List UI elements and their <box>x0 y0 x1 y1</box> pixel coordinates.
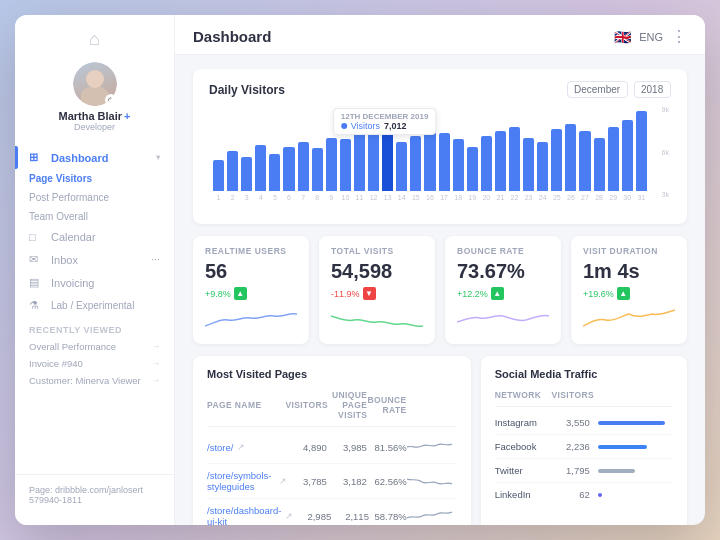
avatar: ⚙ <box>73 62 117 106</box>
profile-name: Martha Blair + <box>58 110 130 122</box>
row-sparkline <box>407 506 457 525</box>
social-row: LinkedIn 62 <box>495 483 673 506</box>
row-bounce: 62.56% <box>367 476 407 487</box>
stat-change: +9.8% ▲ <box>205 287 297 300</box>
nav-section: ⊞ Dashboard ▾ Page Visitors Post Perform… <box>15 146 174 474</box>
recently-overall[interactable]: Overall Performance → <box>15 338 174 355</box>
bar-item: 28 <box>594 138 605 201</box>
row-visitors: 2,985 <box>293 511 331 522</box>
home-icon: ⌂ <box>89 29 100 50</box>
bar-item: 13 <box>382 131 393 201</box>
bar-item: 31 <box>636 111 647 201</box>
social-network: Instagram <box>495 417 555 428</box>
social-bar <box>590 493 673 497</box>
date-selects: December 2018 <box>567 81 671 98</box>
mini-chart <box>457 308 549 336</box>
bar-item: 2 <box>227 151 238 201</box>
stats-row: REALTIME USERS 56 +9.8% ▲ TOTAL VISITS 5… <box>193 236 687 344</box>
social-bar <box>590 421 673 425</box>
social-network: Twitter <box>495 465 555 476</box>
pages-card: Most Visited Pages PAGE NAME VISITORS UN… <box>193 356 471 525</box>
row-bounce: 81.56% <box>367 442 407 453</box>
sidebar-footer: Page: dribbble.com/janlosert 579940-1811 <box>15 474 174 511</box>
bar-item: 17 <box>439 133 450 201</box>
language-label[interactable]: ENG <box>639 31 663 43</box>
stat-label: REALTIME USERS <box>205 246 297 256</box>
row-sparkline <box>407 437 457 457</box>
stat-label: VISIT DURATION <box>583 246 675 256</box>
footer-url: Page: dribbble.com/janlosert <box>29 485 160 495</box>
topbar-right: 🇬🇧 ENG ⋮ <box>614 27 687 46</box>
bar-item: 20 <box>481 136 492 201</box>
stat-change: -11.9% ▼ <box>331 287 423 300</box>
bar-item: 5 <box>269 154 280 201</box>
sidebar-item-dashboard[interactable]: ⊞ Dashboard ▾ <box>15 146 174 169</box>
stat-value: 56 <box>205 260 297 283</box>
bar-item: 6 <box>283 147 294 201</box>
mini-chart <box>583 308 675 336</box>
bar-item: 19 <box>467 147 478 201</box>
sidebar-home[interactable]: ⌂ <box>15 29 174 50</box>
row-unique: 3,985 <box>327 442 367 453</box>
month-select[interactable]: December <box>567 81 628 98</box>
dashboard-icon: ⊞ <box>29 151 45 164</box>
arrow-icon: → <box>152 376 160 385</box>
sidebar-item-inbox[interactable]: ✉ Inbox ⋯ <box>15 248 174 271</box>
footer-phone: 579940-1811 <box>29 495 160 505</box>
row-name: /store/ ↗ <box>207 442 287 453</box>
lab-icon: ⚗ <box>29 299 45 312</box>
mini-chart <box>331 308 423 336</box>
sidebar-item-post-performance[interactable]: Post Performance <box>15 188 174 207</box>
social-visitors: 2,236 <box>555 441 590 452</box>
arrow-icon: → <box>152 342 160 351</box>
stat-value: 1m 4s <box>583 260 675 283</box>
table-row: /store/symbols-styleguides ↗ 3,785 3,182… <box>207 464 457 499</box>
invoice-icon: ▤ <box>29 276 45 289</box>
recently-invoice[interactable]: Invoice #940 → <box>15 355 174 372</box>
inbox-icon: ✉ <box>29 253 45 266</box>
mini-chart <box>205 308 297 336</box>
social-row: Instagram 3,550 <box>495 411 673 435</box>
bars-container: 1234567891011121314151617181920212223242… <box>209 106 671 201</box>
down-icon: ▼ <box>363 287 376 300</box>
row-unique: 3,182 <box>327 476 367 487</box>
recently-viewed-label: RECENTLY VIEWED <box>15 317 174 338</box>
sidebar-item-lab[interactable]: ⚗ Lab / Experimental <box>15 294 174 317</box>
social-network: LinkedIn <box>495 489 555 500</box>
dots-icon: ⋯ <box>151 255 160 265</box>
bar-item: 14 <box>396 142 407 201</box>
stat-value: 54,598 <box>331 260 423 283</box>
external-link-icon[interactable]: ↗ <box>285 511 293 521</box>
bar-item: 9 <box>326 138 337 201</box>
sidebar-item-calendar[interactable]: □ Calendar <box>15 226 174 248</box>
external-link-icon[interactable]: ↗ <box>237 442 245 452</box>
stat-card-realtime-users: REALTIME USERS 56 +9.8% ▲ <box>193 236 309 344</box>
table-row: /store/dashboard-ui-kit ↗ 2,985 2,115 58… <box>207 499 457 525</box>
stat-change: +12.2% ▲ <box>457 287 549 300</box>
stat-label: BOUNCE RATE <box>457 246 549 256</box>
bar-item: 7 <box>298 142 309 201</box>
visitors-header: Daily Visitors December 2018 <box>209 81 671 98</box>
year-select[interactable]: 2018 <box>634 81 671 98</box>
recently-customer[interactable]: Customer: Minerva Viewer → <box>15 372 174 389</box>
external-link-icon[interactable]: ↗ <box>279 476 287 486</box>
stat-value: 73.67% <box>457 260 549 283</box>
page-title: Dashboard <box>193 28 271 45</box>
stat-card-visit-duration: VISIT DURATION 1m 4s +19.6% ▲ <box>571 236 687 344</box>
bar-item: 11 <box>354 127 365 201</box>
bar-item: 24 <box>537 142 548 201</box>
social-table-header: NETWORK VISITORS <box>495 390 673 407</box>
sidebar-item-invoicing[interactable]: ▤ Invoicing <box>15 271 174 294</box>
bar-item: 21 <box>495 131 506 201</box>
row-sparkline <box>407 471 457 491</box>
profile-role: Developer <box>74 122 115 132</box>
bar-item: 23 <box>523 138 534 201</box>
menu-dots-icon[interactable]: ⋮ <box>671 27 687 46</box>
settings-icon[interactable]: ⚙ <box>105 94 117 106</box>
topbar: Dashboard 🇬🇧 ENG ⋮ <box>175 15 705 55</box>
social-row: Twitter 1,795 <box>495 459 673 483</box>
social-visitors: 3,550 <box>555 417 590 428</box>
sidebar-item-page-visitors[interactable]: Page Visitors <box>15 169 174 188</box>
daily-visitors-card: Daily Visitors December 2018 9k 6k <box>193 69 687 224</box>
sidebar-item-team-overall[interactable]: Team Overall <box>15 207 174 226</box>
